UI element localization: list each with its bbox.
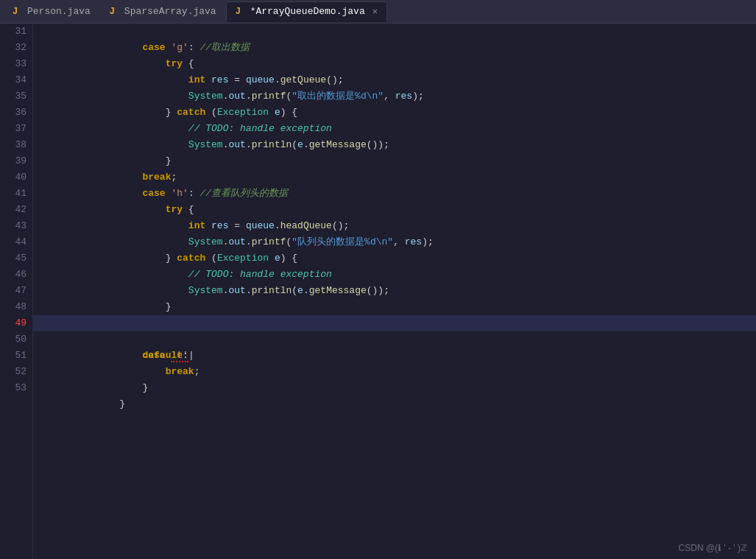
tab-close-icon[interactable]: ✕ <box>372 6 378 17</box>
code-line-50: default: <box>33 331 756 348</box>
code-line-35: } catch (Exception e) { <box>33 88 756 105</box>
code-area: 31 32 33 34 35 36 37 38 39 40 41 42 43 4… <box>0 24 756 559</box>
line-num-44: 44 <box>3 234 27 250</box>
code-line-36: // TODO: handle exception <box>33 105 756 121</box>
line-num-41: 41 <box>3 186 27 202</box>
tab-bar: J Person.java J SparseArray.java J *Arra… <box>0 0 756 24</box>
line-num-40: 40 <box>3 169 27 186</box>
line-num-36: 36 <box>3 105 27 121</box>
line-num-32: 32 <box>3 40 27 56</box>
line-num-45: 45 <box>3 250 27 267</box>
code-line-37: System.out.println(e.getMessage()); <box>33 121 756 137</box>
code-line-43: System.out.printf("队列头的数据是%d\n", res); <box>33 218 756 234</box>
line-num-48: 48 <box>3 299 27 315</box>
code-line-48: break; <box>33 299 756 315</box>
code-line-39: break; <box>33 153 756 169</box>
code-line-51: break; <box>33 348 756 364</box>
line-num-34: 34 <box>3 72 27 88</box>
code-line-42: int res = queue.headQueue(); <box>33 202 756 218</box>
watermark: CSDN @(ℹ ' - ' )ℤ <box>679 543 747 553</box>
code-line-41: try { <box>33 186 756 202</box>
code-line-47: } <box>33 283 756 299</box>
java-file-icon: J <box>110 7 120 17</box>
code-line-40: case 'h': //查看队列头的数据 <box>33 169 756 186</box>
line-num-38: 38 <box>3 137 27 153</box>
line-num-51: 51 <box>3 348 27 364</box>
tab-label: Person.java <box>27 6 91 17</box>
code-line-46: System.out.println(e.getMessage()); <box>33 267 756 283</box>
code-line-45: // TODO: handle exception <box>33 250 756 267</box>
line-num-33: 33 <box>3 56 27 72</box>
java-file-icon: J <box>13 7 23 17</box>
line-num-37: 37 <box>3 121 27 137</box>
line-num-35: 35 <box>3 88 27 105</box>
line-numbers: 31 32 33 34 35 36 37 38 39 40 41 42 43 4… <box>0 24 33 559</box>
line-num-31: 31 <box>3 24 27 40</box>
code-line-33: int res = queue.getQueue(); <box>33 56 756 72</box>
tab-sparse-array-java[interactable]: J SparseArray.java <box>100 1 226 22</box>
tab-label: *ArrayQueueDemo.java <box>250 6 365 17</box>
code-line-32: try { <box>33 40 756 56</box>
code-line-34: System.out.printf("取出的数据是%d\n", res); <box>33 72 756 88</box>
code-line-49: ✕ case 'e'| <box>33 315 756 331</box>
line-num-46: 46 <box>3 267 27 283</box>
line-num-53: 53 <box>3 380 27 396</box>
tab-array-queue-demo-java[interactable]: J *ArrayQueueDemo.java ✕ <box>226 1 387 22</box>
code-line-31: case 'g': //取出数据 <box>33 24 756 40</box>
code-content[interactable]: case 'g': //取出数据 try { int res = queue.g… <box>33 24 756 559</box>
line-num-43: 43 <box>3 218 27 234</box>
line-num-49: 49 <box>3 315 27 331</box>
line-num-42: 42 <box>3 202 27 218</box>
code-line-44: } catch (Exception e) { <box>33 234 756 250</box>
code-line-53: } <box>33 380 756 396</box>
code-line-52: } <box>33 364 756 380</box>
tab-person-java[interactable]: J Person.java <box>3 1 100 22</box>
line-num-50: 50 <box>3 331 27 348</box>
line-num-39: 39 <box>3 153 27 169</box>
java-file-icon: J <box>236 7 246 17</box>
code-line-38: } <box>33 137 756 153</box>
tab-label: SparseArray.java <box>124 6 216 17</box>
line-num-47: 47 <box>3 283 27 299</box>
line-num-52: 52 <box>3 364 27 380</box>
